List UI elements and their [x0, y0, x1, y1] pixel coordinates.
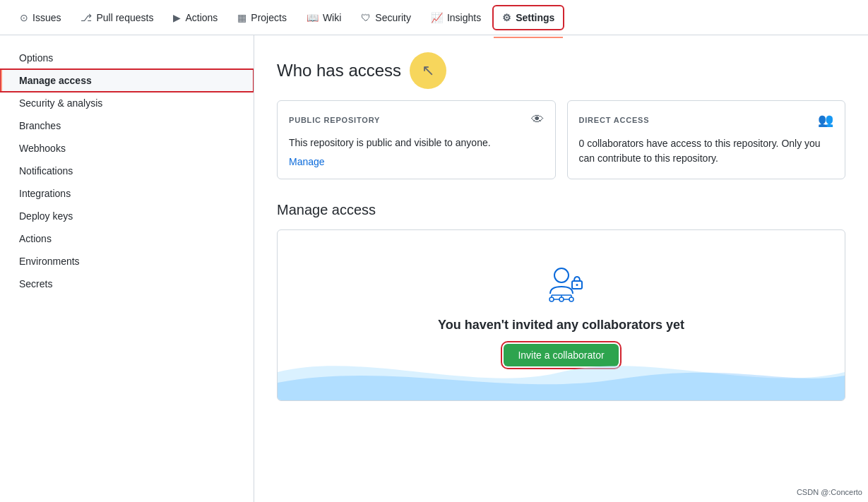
- settings-icon: ⚙: [502, 12, 511, 23]
- collaborator-icon: [533, 264, 590, 306]
- empty-collaborators-text: You haven't invited any collaborators ye…: [438, 318, 684, 333]
- nav-item-insights[interactable]: 📈 Insights: [422, 6, 489, 29]
- manage-link[interactable]: Manage: [289, 156, 325, 167]
- page-layout: Options Manage access Security & analysi…: [0, 35, 868, 502]
- sidebar-label-security-analysis: Security & analysis: [19, 97, 102, 109]
- svg-point-2: [576, 284, 578, 286]
- sidebar-item-security-analysis[interactable]: Security & analysis: [0, 92, 254, 114]
- main-content: Who has access ↖ PUBLIC REPOSITORY 👁 Thi…: [254, 35, 868, 502]
- sidebar-item-actions[interactable]: Actions: [0, 227, 254, 250]
- public-repo-label: PUBLIC REPOSITORY: [289, 116, 380, 124]
- who-has-access-title: Who has access ↖: [277, 52, 845, 89]
- sidebar-item-secrets[interactable]: Secrets: [0, 273, 254, 295]
- sidebar-label-webhooks: Webhooks: [19, 143, 66, 154]
- manage-access-section: You haven't invited any collaborators ye…: [277, 229, 845, 401]
- svg-point-0: [554, 268, 569, 282]
- public-repo-card: PUBLIC REPOSITORY 👁 This repository is p…: [277, 100, 556, 179]
- nav-label-insights: Insights: [447, 12, 481, 23]
- sidebar-item-branches[interactable]: Branches: [0, 114, 254, 137]
- nav-item-settings[interactable]: ⚙ Settings: [492, 5, 564, 30]
- sidebar: Options Manage access Security & analysi…: [0, 35, 254, 502]
- manage-access-empty: You haven't invited any collaborators ye…: [278, 230, 845, 400]
- sidebar-label-deploy-keys: Deploy keys: [19, 210, 73, 222]
- sidebar-item-manage-access[interactable]: Manage access: [0, 69, 254, 92]
- svg-point-4: [559, 297, 564, 301]
- nav-label-wiki: Wiki: [323, 12, 341, 23]
- nav-label-settings: Settings: [516, 12, 554, 23]
- nav-item-issues[interactable]: ⊙ Issues: [11, 6, 69, 29]
- sidebar-label-notifications: Notifications: [19, 165, 73, 177]
- sidebar-label-environments: Environments: [19, 256, 80, 267]
- sidebar-label-branches: Branches: [19, 120, 61, 131]
- nav-item-pull-requests[interactable]: ⎇ Pull requests: [72, 6, 162, 29]
- direct-access-card: DIRECT ACCESS 👥 0 collaborators have acc…: [567, 100, 846, 179]
- sidebar-item-integrations[interactable]: Integrations: [0, 182, 254, 205]
- public-repo-card-header: PUBLIC REPOSITORY 👁: [289, 112, 544, 127]
- sidebar-item-webhooks[interactable]: Webhooks: [0, 137, 254, 160]
- manage-access-title: Manage access: [277, 202, 845, 218]
- sidebar-item-notifications[interactable]: Notifications: [0, 160, 254, 182]
- nav-item-projects[interactable]: ▦ Projects: [229, 6, 295, 29]
- sidebar-label-manage-access: Manage access: [19, 75, 92, 86]
- wiki-icon: 📖: [307, 12, 319, 23]
- sidebar-label-integrations: Integrations: [19, 188, 71, 199]
- nav-label-projects: Projects: [251, 12, 287, 23]
- direct-access-card-header: DIRECT ACCESS 👥: [579, 112, 834, 128]
- nav-label-security: Security: [375, 12, 411, 23]
- insights-icon: 📈: [431, 12, 443, 23]
- nav-label-actions: Actions: [185, 12, 218, 23]
- sidebar-label-secrets: Secrets: [19, 278, 52, 289]
- sidebar-item-environments[interactable]: Environments: [0, 250, 254, 273]
- direct-access-text: 0 collaborators have access to this repo…: [579, 136, 834, 166]
- security-icon: 🛡: [361, 12, 371, 23]
- nav-item-actions[interactable]: ▶ Actions: [165, 6, 226, 29]
- access-cards: PUBLIC REPOSITORY 👁 This repository is p…: [277, 100, 845, 179]
- projects-icon: ▦: [237, 12, 246, 23]
- actions-icon: ▶: [173, 12, 181, 23]
- issues-icon: ⊙: [20, 12, 28, 23]
- eye-icon: 👁: [531, 112, 544, 127]
- people-icon: 👥: [818, 112, 833, 128]
- svg-point-3: [549, 297, 554, 301]
- sidebar-label-options: Options: [19, 52, 53, 64]
- sidebar-item-deploy-keys[interactable]: Deploy keys: [0, 205, 254, 227]
- nav-label-issues: Issues: [32, 12, 61, 23]
- nav-item-wiki[interactable]: 📖 Wiki: [298, 6, 350, 29]
- public-repo-text: This repository is public and visible to…: [289, 136, 544, 150]
- top-navigation: ⊙ Issues ⎇ Pull requests ▶ Actions ▦ Pro…: [0, 0, 868, 35]
- sidebar-item-options[interactable]: Options: [0, 47, 254, 69]
- wave-background: [278, 344, 845, 400]
- pull-requests-icon: ⎇: [81, 12, 92, 23]
- svg-point-5: [569, 297, 573, 301]
- cursor-bubble: ↖: [410, 52, 446, 89]
- sidebar-label-actions: Actions: [19, 233, 52, 244]
- direct-access-label: DIRECT ACCESS: [579, 116, 650, 124]
- nav-item-security[interactable]: 🛡 Security: [352, 6, 420, 29]
- nav-label-pull-requests: Pull requests: [96, 12, 153, 23]
- watermark: CSDN @:Concerto: [797, 488, 862, 496]
